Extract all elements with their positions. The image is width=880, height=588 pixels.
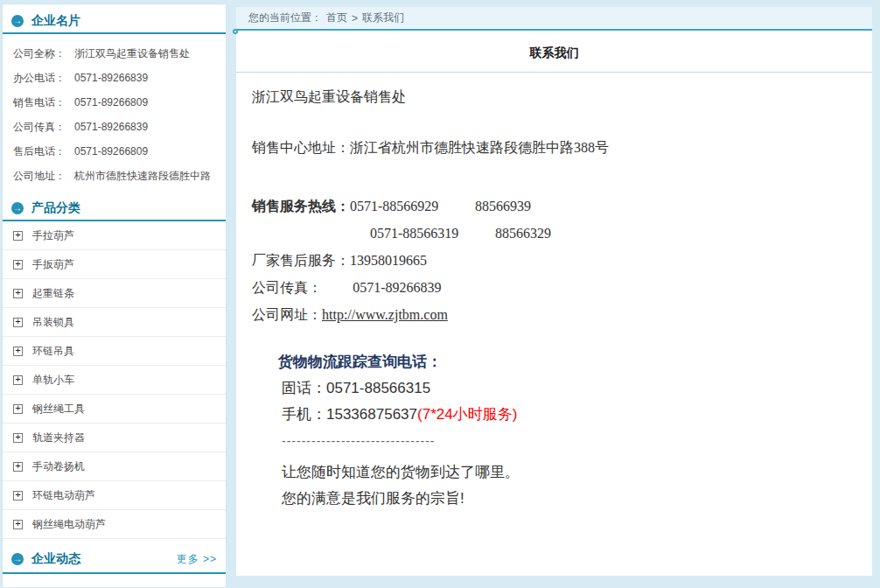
main-content: 您的当前位置： 首页 > 联系我们 联系我们 浙江双鸟起重设备销售处 销售中心地… bbox=[236, 7, 872, 576]
expand-plus-icon[interactable]: + bbox=[13, 375, 23, 385]
circle-arrow-icon: → bbox=[11, 553, 24, 565]
category-item-lifting-chain[interactable]: + 起重链条 bbox=[3, 279, 226, 308]
category-item-wire-rope-tools[interactable]: + 钢丝绳工具 bbox=[3, 395, 226, 424]
fax-label: 公司传真： bbox=[252, 280, 322, 295]
fax-row: 公司传真：0571-89266839 bbox=[252, 274, 855, 301]
dashed-divider: ------------------------------- bbox=[278, 428, 855, 454]
company-name-text: 浙江双鸟起重设备销售处 bbox=[252, 88, 855, 107]
page-title: 联系我们 bbox=[236, 31, 872, 73]
field-label: 公司传真： bbox=[13, 115, 74, 139]
category-item-lever-hoist[interactable]: + 手扳葫芦 bbox=[3, 250, 226, 279]
category-label: 环链吊具 bbox=[32, 344, 74, 359]
hotline-label: 销售服务热线： bbox=[252, 199, 350, 214]
field-label: 售后电话： bbox=[13, 139, 74, 164]
logistics-block: 货物物流跟踪查询电话： 固话：0571-88566315 手机：15336875… bbox=[252, 349, 855, 512]
hotline-number: 0571-88566929 bbox=[350, 199, 438, 214]
category-item-manual-winch[interactable]: + 手动卷扬机 bbox=[3, 452, 226, 481]
hotline-number: 0571-88566319 bbox=[370, 226, 458, 241]
company-field-row: 销售电话： 0571-89266809 bbox=[13, 90, 215, 115]
category-label: 手拉葫芦 bbox=[32, 228, 74, 243]
category-label: 吊装锁具 bbox=[32, 315, 74, 330]
service-hours-note: (7*24小时服务) bbox=[417, 406, 517, 423]
category-item-rail-clamp[interactable]: + 轨道夹持器 bbox=[3, 424, 226, 452]
expand-plus-icon[interactable]: + bbox=[13, 462, 23, 472]
company-field-row: 公司地址： 杭州市德胜快速路段德胜中路 bbox=[13, 164, 215, 188]
after-sales-label: 厂家售后服务： bbox=[252, 253, 350, 268]
logistics-note-1: 让您随时知道您的货物到达了哪里。 bbox=[278, 459, 855, 486]
product-categories-title: 产品分类 bbox=[31, 200, 80, 216]
category-item-electric-chain-hoist[interactable]: + 环链电动葫芦 bbox=[3, 481, 226, 510]
expand-plus-icon[interactable]: + bbox=[13, 491, 23, 500]
category-item-electric-wire-rope-hoist[interactable]: + 钢丝绳电动葫芦 bbox=[3, 510, 226, 539]
category-item-chain-sling[interactable]: + 环链吊具 bbox=[3, 337, 226, 366]
field-label: 公司地址： bbox=[13, 164, 74, 188]
expand-plus-icon[interactable]: + bbox=[13, 520, 23, 529]
website-link[interactable]: http://www.zjtbm.com bbox=[322, 307, 448, 322]
product-categories-header: → 产品分类 bbox=[3, 192, 226, 221]
field-label: 公司全称： bbox=[13, 41, 74, 66]
category-label: 单轨小车 bbox=[32, 373, 74, 388]
hotline-row-2: 0571-8856631988566329 bbox=[252, 220, 855, 247]
company-field-row: 公司传真： 0571-89266839 bbox=[13, 115, 215, 139]
circle-arrow-icon: → bbox=[11, 202, 24, 214]
company-card-list: 公司全称： 浙江双鸟起重设备销售处 办公电话： 0571-89266839 销售… bbox=[3, 34, 226, 192]
hotline-row-1: 销售服务热线：0571-8856692988566939 bbox=[252, 192, 855, 220]
category-label: 起重链条 bbox=[32, 286, 74, 301]
field-label: 办公电话： bbox=[13, 66, 74, 90]
company-news-title: 企业动态 bbox=[31, 551, 80, 567]
expand-plus-icon[interactable]: + bbox=[13, 231, 23, 241]
breadcrumb: 您的当前位置： 首页 > 联系我们 bbox=[236, 7, 872, 31]
contact-rows: 销售服务热线：0571-8856692988566939 0571-885663… bbox=[252, 192, 855, 328]
category-item-hand-chain-hoist[interactable]: + 手拉葫芦 bbox=[3, 221, 226, 250]
sidebar: → 企业名片 公司全称： 浙江双鸟起重设备销售处 办公电话： 0571-8926… bbox=[2, 4, 227, 588]
sales-center-address: 销售中心地址：浙江省杭州市德胜快速路段德胜中路388号 bbox=[252, 138, 855, 158]
category-label: 轨道夹持器 bbox=[32, 430, 85, 445]
circle-arrow-icon: → bbox=[11, 15, 24, 27]
category-item-monorail-trolley[interactable]: + 单轨小车 bbox=[3, 366, 226, 395]
expand-plus-icon[interactable]: + bbox=[13, 433, 23, 443]
company-card-title: 企业名片 bbox=[31, 13, 80, 29]
category-label: 手动卷扬机 bbox=[32, 459, 85, 474]
field-value: 0571-89266809 bbox=[74, 90, 215, 115]
company-field-row: 公司全称： 浙江双鸟起重设备销售处 bbox=[13, 41, 215, 66]
logistics-mobile: 手机：15336875637 bbox=[282, 406, 417, 423]
fax-number: 0571-89266839 bbox=[353, 280, 441, 295]
category-item-rigging-locks[interactable]: + 吊装锁具 bbox=[3, 308, 226, 337]
contact-content: 浙江双鸟起重设备销售处 销售中心地址：浙江省杭州市德胜快速路段德胜中路388号 … bbox=[236, 88, 872, 512]
website-row: 公司网址：http://www.zjtbm.com bbox=[252, 301, 855, 328]
expand-plus-icon[interactable]: + bbox=[13, 346, 23, 356]
breadcrumb-home-link[interactable]: 首页 bbox=[326, 10, 347, 25]
field-value: 浙江双鸟起重设备销售处 bbox=[74, 41, 215, 66]
breadcrumb-separator: > bbox=[352, 12, 358, 24]
breadcrumb-current-link[interactable]: 联系我们 bbox=[362, 10, 404, 25]
field-value: 杭州市德胜快速路段德胜中路 bbox=[74, 164, 215, 188]
breadcrumb-prefix: 您的当前位置： bbox=[248, 10, 322, 25]
breadcrumb-dot-icon bbox=[233, 29, 238, 34]
news-more-link[interactable]: 更多 >> bbox=[177, 552, 217, 567]
website-label: 公司网址： bbox=[252, 307, 322, 322]
after-sales-row: 厂家售后服务：13958019665 bbox=[252, 247, 855, 274]
product-category-list: + 手拉葫芦 + 手扳葫芦 + 起重链条 + 吊装锁具 + 环链吊具 + 单轨小… bbox=[3, 221, 226, 539]
expand-plus-icon[interactable]: + bbox=[13, 404, 23, 414]
hotline-number: 88566939 bbox=[475, 199, 531, 214]
logistics-landline: 固话：0571-88566315 bbox=[278, 375, 855, 402]
category-label: 环链电动葫芦 bbox=[32, 488, 95, 503]
hotline-number: 88566329 bbox=[495, 226, 551, 241]
category-label: 钢丝绳工具 bbox=[32, 402, 85, 416]
logistics-note-2: 您的满意是我们服务的宗旨! bbox=[278, 486, 855, 512]
field-value: 0571-89266839 bbox=[74, 66, 215, 90]
field-value: 0571-89266839 bbox=[74, 115, 215, 139]
logistics-mobile-row: 手机：15336875637(7*24小时服务) bbox=[278, 402, 855, 428]
company-news-header: → 企业动态 更多 >> bbox=[3, 541, 226, 574]
expand-plus-icon[interactable]: + bbox=[13, 260, 23, 270]
expand-plus-icon[interactable]: + bbox=[13, 289, 23, 298]
field-label: 销售电话： bbox=[13, 90, 74, 115]
expand-plus-icon[interactable]: + bbox=[13, 318, 23, 327]
company-field-row: 办公电话： 0571-89266839 bbox=[13, 66, 215, 90]
field-value: 0571-89266809 bbox=[74, 139, 215, 164]
logistics-title: 货物物流跟踪查询电话： bbox=[278, 349, 855, 375]
company-card-header: → 企业名片 bbox=[3, 4, 226, 34]
company-field-row: 售后电话： 0571-89266809 bbox=[13, 139, 215, 164]
category-label: 手扳葫芦 bbox=[32, 257, 74, 272]
after-sales-number: 13958019665 bbox=[350, 253, 427, 268]
